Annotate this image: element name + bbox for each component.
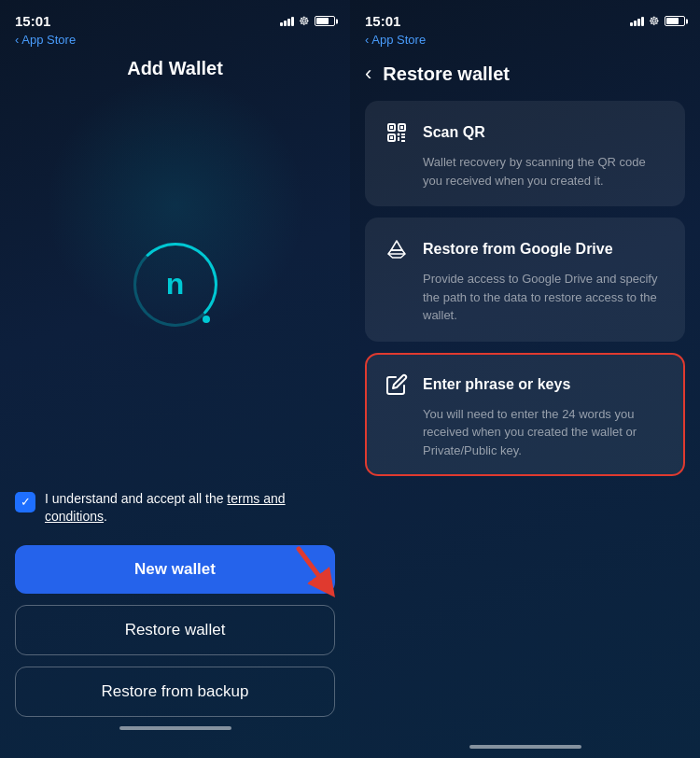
terms-text-before: I understand and accept all the xyxy=(45,491,227,506)
restore-backup-button[interactable]: Restore from backup xyxy=(15,667,335,717)
battery-icon-left xyxy=(315,16,335,26)
home-indicator-left xyxy=(119,726,231,730)
page-title-left: Add Wallet xyxy=(0,47,350,79)
status-time-left: 15:01 xyxy=(15,13,50,29)
enter-phrase-desc: You will need to enter the 24 words you … xyxy=(382,405,668,460)
terms-checkbox[interactable]: ✓ xyxy=(15,492,35,512)
google-drive-title: Restore from Google Drive xyxy=(423,241,613,258)
status-icons-left: ☸ xyxy=(280,14,335,28)
arrow-annotation xyxy=(285,541,341,601)
terms-text-after: . xyxy=(104,509,107,524)
signal-icon-left xyxy=(280,17,294,26)
logo-area: n xyxy=(0,79,350,490)
pencil-icon xyxy=(382,370,412,400)
status-bar-left: 15:01 ☸ xyxy=(0,0,350,33)
app-store-label-right: App Store xyxy=(371,33,426,47)
wifi-icon-left: ☸ xyxy=(299,14,310,28)
left-panel: 15:01 ☸ ‹ App Store Add Wallet n xyxy=(0,0,350,758)
chevron-left-icon: ‹ xyxy=(15,33,19,47)
options-list: Scan QR Wallet recovery by scanning the … xyxy=(350,101,700,476)
scan-qr-option[interactable]: Scan QR Wallet recovery by scanning the … xyxy=(365,101,685,206)
scan-qr-title: Scan QR xyxy=(423,124,485,141)
status-bar-right: 15:01 ☸ xyxy=(350,0,700,33)
logo-circle: n xyxy=(133,243,217,327)
red-arrow-icon xyxy=(285,541,341,597)
google-drive-icon xyxy=(382,234,412,264)
google-drive-desc: Provide access to Google Drive and speci… xyxy=(382,270,668,325)
scan-qr-header: Scan QR xyxy=(382,118,668,147)
svg-line-1 xyxy=(299,549,327,586)
enter-phrase-option[interactable]: Enter phrase or keys You will need to en… xyxy=(365,353,685,477)
signal-icon-right xyxy=(630,17,644,26)
back-button[interactable]: ‹ xyxy=(365,62,371,86)
google-drive-header: Restore from Google Drive xyxy=(382,234,668,264)
app-store-label-left: App Store xyxy=(21,33,76,47)
svg-rect-6 xyxy=(400,126,403,129)
svg-rect-5 xyxy=(390,126,393,129)
battery-icon-right xyxy=(665,16,685,26)
home-indicator-right xyxy=(469,745,581,749)
terms-row: ✓ I understand and accept all the terms … xyxy=(15,490,335,526)
wifi-icon-right: ☸ xyxy=(649,14,660,28)
logo-ring xyxy=(133,243,217,327)
status-time-right: 15:01 xyxy=(365,13,400,29)
app-store-row-right: ‹ App Store xyxy=(350,33,700,54)
qr-icon xyxy=(382,118,412,147)
restore-wallet-button[interactable]: Restore wallet xyxy=(15,605,335,655)
enter-phrase-title: Enter phrase or keys xyxy=(423,376,570,393)
svg-rect-7 xyxy=(390,136,393,139)
check-icon: ✓ xyxy=(21,495,31,509)
bottom-section: ✓ I understand and accept all the terms … xyxy=(0,490,350,758)
chevron-left-icon-right: ‹ xyxy=(365,33,369,47)
status-icons-right: ☸ xyxy=(630,14,685,28)
scan-qr-desc: Wallet recovery by scanning the QR code … xyxy=(382,153,668,190)
right-panel: 15:01 ☸ ‹ App Store ‹ Restore wallet xyxy=(350,0,700,758)
logo-dot xyxy=(203,316,210,323)
right-header: ‹ Restore wallet xyxy=(350,54,700,101)
app-store-row-left: ‹ App Store xyxy=(0,33,350,47)
terms-text: I understand and accept all the terms an… xyxy=(45,490,335,526)
page-title-right: Restore wallet xyxy=(383,63,510,85)
enter-phrase-header: Enter phrase or keys xyxy=(382,370,668,400)
google-drive-option[interactable]: Restore from Google Drive Provide access… xyxy=(365,218,685,342)
